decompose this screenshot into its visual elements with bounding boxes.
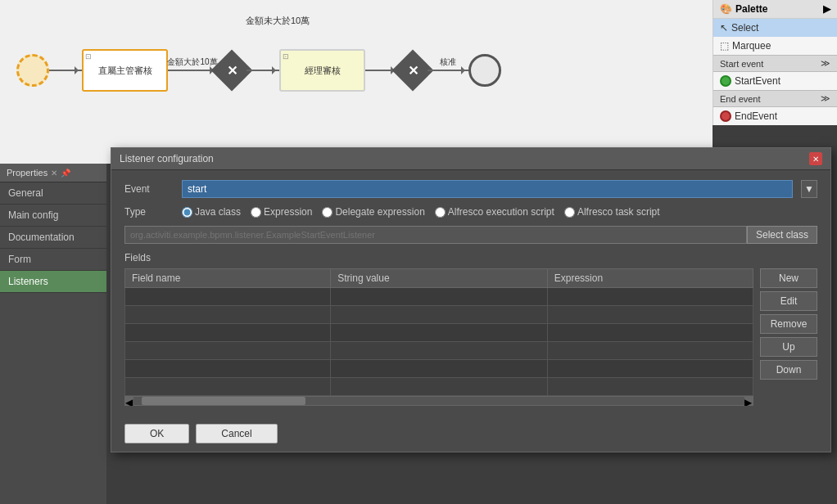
listener-config-dialog: Listener configuration ✕ Event ▼ Type Ja… — [111, 147, 831, 452]
radio-expression[interactable]: Expression — [251, 206, 312, 218]
dialog-body: Event ▼ Type Java class Expression Deleg… — [111, 170, 830, 416]
palette-panel: 🎨 Palette ▶ ↖ Select ⬚ Marquee Start eve… — [713, 0, 837, 125]
fields-table: Field name String value Expression — [124, 268, 753, 396]
start-event — [16, 54, 49, 87]
table-row — [125, 306, 753, 324]
type-row: Type Java class Expression Delegate expr… — [124, 206, 817, 218]
palette-item-start-event[interactable]: StartEvent — [713, 72, 837, 90]
palette-expand-btn[interactable]: ▶ — [823, 3, 830, 15]
palette-item-select[interactable]: ↖ Select — [713, 19, 837, 37]
palette-item-marquee[interactable]: ⬚ Marquee — [713, 37, 837, 55]
fields-label: Fields — [124, 252, 817, 263]
end-event-expand-icon: ≫ — [821, 93, 830, 104]
event-input[interactable] — [182, 180, 793, 198]
tab-form[interactable]: Form — [0, 249, 106, 271]
class-input[interactable] — [124, 226, 747, 244]
fields-table-container: Field name String value Expression — [124, 268, 817, 406]
start-event-expand-icon: ≫ — [821, 58, 830, 69]
col-expression: Expression — [547, 269, 753, 288]
end-event — [468, 54, 501, 87]
palette-title: Palette — [735, 3, 767, 15]
ok-btn[interactable]: OK — [124, 424, 189, 443]
class-row: Select class — [124, 226, 817, 244]
remove-btn[interactable]: Remove — [760, 314, 817, 334]
table-row — [125, 342, 753, 360]
palette-icon: 🎨 — [720, 3, 732, 15]
action-buttons: New Edit Remove Up Down — [760, 268, 817, 406]
horizontal-scrollbar[interactable]: ◀ ▶ — [124, 396, 753, 406]
panel-tabs: General Main config Documentation Form L… — [0, 182, 106, 293]
end-event-section-label: End event — [720, 94, 761, 104]
tab-documentation[interactable]: Documentation — [0, 227, 106, 249]
table-row — [125, 360, 753, 378]
event-label: Event — [124, 183, 174, 195]
canvas-area: 金額未大於10萬 ⊡ 直屬主管審核 金額大於10萬 ✕ ⊡ 經理審核 — [0, 0, 713, 164]
properties-header: Properties ✕ 📌 — [0, 164, 106, 182]
dialog-footer: OK Cancel — [111, 416, 830, 452]
type-radio-group: Java class Expression Delegate expressio… — [182, 206, 660, 218]
table-row — [125, 378, 753, 396]
radio-java-class[interactable]: Java class — [182, 206, 241, 218]
tab-main-config[interactable]: Main config — [0, 205, 106, 227]
col-string-value: String value — [331, 269, 547, 288]
marquee-icon: ⬚ — [720, 40, 729, 52]
palette-item-end-event[interactable]: EndEvent — [713, 107, 837, 125]
end-event-dot-icon — [720, 110, 731, 122]
new-btn[interactable]: New — [760, 268, 817, 288]
scroll-right-btn[interactable]: ▶ — [744, 397, 753, 405]
palette-section-end-event[interactable]: End event ≫ — [713, 90, 837, 107]
radio-alfresco-task-script[interactable]: Alfresco task script — [564, 206, 660, 218]
radio-delegate-expression[interactable]: Delegate expression — [322, 206, 424, 218]
up-btn[interactable]: Up — [760, 337, 817, 357]
palette-section-start-event[interactable]: Start event ≫ — [713, 55, 837, 72]
tab-general[interactable]: General — [0, 182, 106, 205]
panel-close-btn[interactable]: ✕ — [51, 169, 57, 178]
edit-btn[interactable]: Edit — [760, 291, 817, 311]
palette-header: 🎨 Palette ▶ — [713, 0, 837, 19]
radio-alfresco-execution-script[interactable]: Alfresco execution script — [435, 206, 554, 218]
fields-table-wrapper: Field name String value Expression — [124, 268, 753, 406]
dialog-close-btn[interactable]: ✕ — [809, 152, 822, 165]
left-panel: Properties ✕ 📌 General Main config Docum… — [0, 164, 106, 504]
bpmn-diagram: ⊡ 直屬主管審核 金額大於10萬 ✕ ⊡ 經理審核 ✕ — [16, 49, 501, 92]
event-row: Event ▼ — [124, 180, 817, 198]
dialog-title: Listener configuration — [120, 153, 214, 164]
task-supervisor-review[interactable]: ⊡ 直屬主管審核 — [82, 49, 168, 92]
cancel-btn[interactable]: Cancel — [196, 424, 277, 443]
tab-listeners[interactable]: Listeners — [0, 271, 106, 293]
dialog-titlebar: Listener configuration ✕ — [111, 148, 830, 170]
start-event-section-label: Start event — [720, 59, 763, 69]
down-btn[interactable]: Down — [760, 360, 817, 380]
properties-title: Properties — [7, 168, 48, 178]
select-class-btn[interactable]: Select class — [747, 226, 817, 244]
top-flow-label: 金額未大於10萬 — [246, 15, 310, 27]
type-label: Type — [124, 206, 174, 218]
select-cursor-icon: ↖ — [720, 22, 728, 34]
task-manager-review[interactable]: ⊡ 經理審核 — [279, 49, 365, 92]
table-row — [125, 288, 753, 306]
table-row — [125, 324, 753, 342]
start-event-dot-icon — [720, 75, 731, 87]
scroll-thumb[interactable] — [142, 397, 305, 405]
flow-label-approve: 核准 — [440, 56, 456, 68]
event-dropdown-btn[interactable]: ▼ — [801, 180, 817, 198]
panel-pin-btn[interactable]: 📌 — [61, 169, 70, 178]
col-field-name: Field name — [125, 269, 331, 288]
scroll-left-btn[interactable]: ◀ — [125, 397, 133, 405]
